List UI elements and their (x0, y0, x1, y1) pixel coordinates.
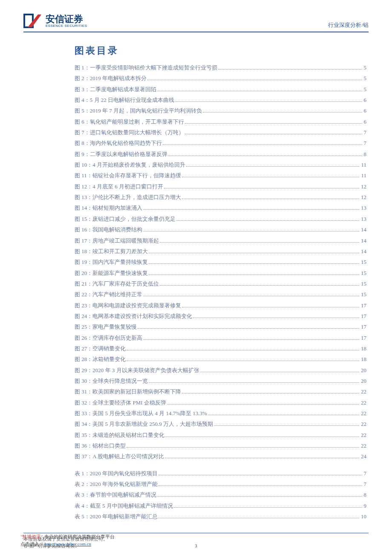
toc-entry[interactable]: 图 3：二季度电解铝成本显著回陷5 (75, 84, 366, 95)
toc-entry[interactable]: 表 2：2020 年海外氧化铝新增产能7 (75, 479, 366, 489)
toc-entry-page: 8 (364, 149, 367, 159)
toc-leader-dots (208, 415, 359, 415)
toc-entry-page: 22 (361, 430, 366, 440)
toc-entry-label: 图 21：汽车厂家库存处于历史低位 (75, 278, 159, 289)
toc-entry-page: 17 (361, 300, 366, 311)
toc-leader-dots (149, 263, 359, 264)
toc-entry[interactable]: 图 2：2019 年电解铝成本拆分5 (75, 73, 366, 84)
toc-entry-page: 14 (361, 224, 366, 235)
toc-entry[interactable]: 表 1：2020 年国内氧化铝待投项目7 (75, 468, 366, 479)
page-header: 安信证券 ESSENCE SECURITIES 行业深度分析/铝 (23, 13, 369, 32)
toc-leader-dots (157, 91, 362, 91)
toc-entry[interactable]: 图 36：铝材出口类型22 (75, 440, 366, 451)
toc-entry[interactable]: 图 35：未锻造的铝及铝材出口量变化22 (75, 430, 366, 440)
toc-leader-dots (182, 199, 359, 199)
toc-entry[interactable]: 图 17：房地产竣工端回暖预期渐起14 (75, 235, 366, 246)
toc-leader-dots (127, 361, 359, 361)
toc-entry-page: 6 (364, 95, 367, 105)
toc-entry-label: 表 5：2020 年电解铝新增产能汇总 (75, 511, 158, 522)
toc-entry[interactable]: 图 10：4 月开始精废价差恢复，废铝供给回升11 (75, 159, 366, 170)
toc-entry-page: 22 (361, 419, 366, 429)
watermark-link-label: 点击进入 (20, 541, 39, 546)
toc-leader-dots (149, 275, 359, 275)
toc-entry[interactable]: 表 4：截至 5 月中国电解铝减产详细情况9 (75, 500, 366, 511)
toc-entry[interactable]: 图 27：空调销量变化18 (75, 343, 366, 354)
toc-entry[interactable]: 图 32：全球主要经济体 PMI 企稳反弹22 (75, 397, 366, 408)
toc-leader-dots (167, 404, 359, 405)
toc-entry-label: 图 36：铝材出口类型 (75, 440, 126, 451)
toc-entry-label: 图 14：铝材短期内加速涌入 (75, 202, 142, 213)
toc-entry[interactable]: 图 29：2020 年 3 月以来美联储资产负债表大幅扩张20 (75, 365, 366, 376)
toc-entry[interactable]: 图 37：A 股电解铝上市公司情况对比24 (75, 451, 366, 462)
toc-entry-label: 图 17：房地产竣工端回暖预期渐起 (75, 235, 159, 246)
toc-entry[interactable]: 图 24：电网基本建设投资计划和实际完成额变化17 (75, 311, 366, 321)
toc-entry-label: 图 18：竣工和开工剪刀差加大 (75, 246, 148, 257)
toc-leader-dots (127, 447, 359, 448)
toc-entry-page: 7 (364, 479, 367, 489)
toc-entry[interactable]: 图 14：铝材短期内加速涌入13 (75, 202, 366, 213)
toc-entry-page: 13 (361, 202, 366, 213)
toc-entry[interactable]: 图 25：家电产量恢复较慢17 (75, 321, 366, 332)
toc-entry-label: 图 12：4 月底至 6 月初进口窗口打开 (75, 181, 163, 192)
toc-entry[interactable]: 图 28：冰箱销量变化18 (75, 354, 366, 364)
toc-entry[interactable]: 图 30：全球央行降息情况一览20 (75, 376, 366, 386)
toc-entry-label: 图 4：5 月 22 日电解铝行业现金成本曲线 (75, 95, 174, 105)
toc-leader-dots (200, 372, 360, 372)
toc-entry[interactable]: 图 33：美国 5 月份失业率出现从 4 月 14.7%降至 13.3%22 (75, 408, 366, 419)
toc-leader-dots (165, 436, 359, 437)
toc-entry[interactable]: 图 18：竣工和开工剪刀差加大14 (75, 246, 366, 257)
toc-entry[interactable]: 图 6：氧化铝产能明显过剩，开工率显著下行6 (75, 116, 366, 127)
watermark-overlay: "慧博资讯" 专业的投资研究决策数据分享平台 点击进入 ☟ http://www… (20, 533, 115, 547)
toc-entry[interactable]: 表 5：2020 年电解铝新增产能汇总10 (75, 511, 366, 522)
toc-entry[interactable]: 图 15：废铝进口减少，但批文余量仍充足13 (75, 214, 366, 224)
toc-entry-page: 12 (361, 192, 366, 202)
logo-text-en: ESSENCE SECURITIES (46, 24, 87, 28)
toc-entry[interactable]: 表 3：春节前中国电解铝减产情况8 (75, 489, 366, 500)
toc-entry-label: 图 30：全球央行降息情况一览 (75, 376, 148, 386)
toc-entry-label: 图 33：美国 5 月份失业率出现从 4 月 14.7%降至 13.3% (75, 408, 207, 419)
toc-entry[interactable]: 图 31：欧美国家的新冠日新增病例不断下降22 (75, 386, 366, 397)
toc-entry[interactable]: 图 20：新能源车产量快速恢复15 (75, 268, 366, 278)
toc-entry-label: 图 19：国内汽车产量持续恢复 (75, 257, 148, 267)
toc-entry-page: 22 (361, 408, 366, 419)
toc-entry-label: 图 8：海内外氧化铝价格同趋势下行 (75, 138, 162, 148)
toc-entry-page: 6 (364, 116, 367, 127)
toc-entry[interactable]: 图 11：铝锭社会库存显著下行，但降速趋缓11 (75, 170, 366, 181)
toc-entry[interactable]: 图 19：国内汽车产量持续恢复15 (75, 257, 366, 267)
toc-entry[interactable]: 图 7：进口氧化铝数量同比大幅增长（万吨）7 (75, 127, 366, 138)
toc-entry[interactable]: 图 23：电网和电源建设投资完成额显著修复17 (75, 300, 366, 311)
toc-entry[interactable]: 图 13：沪伦比不断上升，造成进口压力增大12 (75, 192, 366, 202)
toc-leader-dots (218, 69, 362, 69)
toc-entry[interactable]: 图 12：4 月底至 6 月初进口窗口打开12 (75, 181, 366, 192)
toc-entry-page: 15 (361, 289, 366, 300)
toc-entry-label: 图 26：空调库存创历史新高 (75, 332, 142, 343)
toc-leader-dots (159, 475, 362, 475)
toc-entry[interactable]: 图 22：汽车产销比维持正常15 (75, 289, 366, 300)
toc-leader-dots (159, 518, 359, 518)
toc-entry[interactable]: 图 16：我国电解铝消费结构14 (75, 224, 366, 235)
toc-entry-page: 15 (361, 268, 366, 278)
toc-entry-label: 表 3：春节前中国电解铝减产情况 (75, 489, 156, 500)
toc-entry-label: 表 1：2020 年国内氧化铝待投项目 (75, 468, 158, 479)
toc-entry-page: 10 (361, 511, 366, 522)
toc-entry[interactable]: 图 9：二季度以来电解铝价格显著反弹8 (75, 149, 366, 159)
toc-entry-page: 7 (364, 468, 367, 479)
toc-entry[interactable]: 图 21：汽车厂家库存处于历史低位15 (75, 278, 366, 289)
toc-leader-dots (203, 112, 362, 113)
toc-leader-dots (143, 231, 359, 231)
toc-entry-page: 22 (361, 397, 366, 408)
toc-leader-dots (147, 80, 362, 80)
brand-logo: 安信证券 ESSENCE SECURITIES (23, 13, 87, 29)
toc-leader-dots (182, 177, 360, 177)
toc-entry[interactable]: 图 26：空调库存创历史新高17 (75, 332, 366, 343)
toc-entry[interactable]: 图 4：5 月 22 日电解铝行业现金成本曲线6 (75, 95, 366, 105)
toc-entry-page: 12 (361, 181, 366, 192)
toc-entry-page: 14 (361, 235, 366, 246)
toc-entry[interactable]: 图 5：2019 年 7 月起，国内氧化铝行业平均利润转负6 (75, 105, 366, 116)
toc-leader-dots (182, 393, 359, 393)
toc-entry[interactable]: 图 8：海内外氧化铝价格同趋势下行7 (75, 138, 366, 148)
toc-entry[interactable]: 图 1：一季度受疫情影响铝价大幅下挫造成短暂全行业亏损5 (75, 62, 366, 73)
toc-entry-page: 8 (364, 489, 367, 500)
watermark-link[interactable]: http://www.hibor.com.cn (45, 541, 92, 546)
toc-entry[interactable]: 图 34：美国 5 月非农新增就业 250.9 万人，大超市场预期22 (75, 419, 366, 429)
